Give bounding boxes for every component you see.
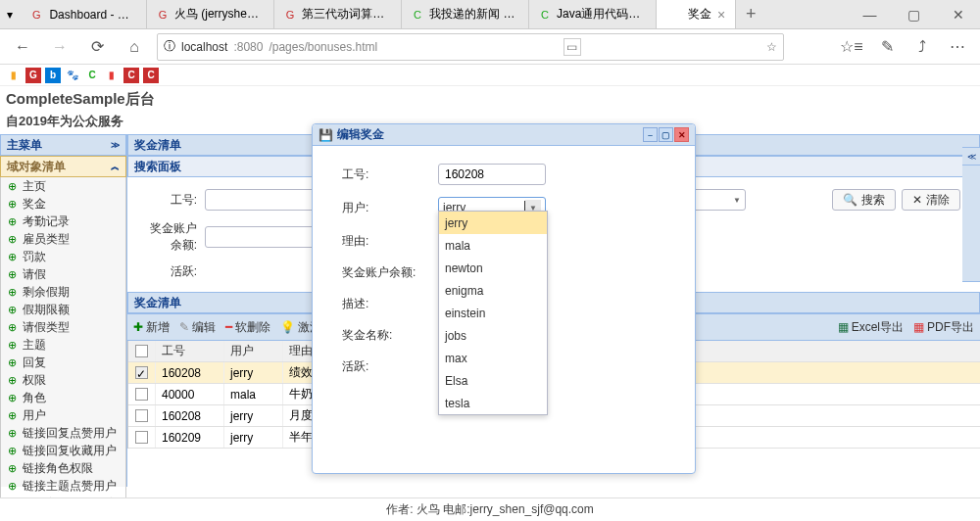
- row-checkbox[interactable]: ✓: [135, 366, 148, 379]
- cell-user: jerry: [224, 427, 283, 448]
- dialog-minimize-button[interactable]: –: [643, 127, 658, 142]
- edit-button[interactable]: ✎编辑: [179, 319, 216, 336]
- sidebar-item[interactable]: ⊕主页: [1, 177, 125, 195]
- tab-close-icon[interactable]: ×: [717, 7, 725, 23]
- dialog-title-text: 编辑奖金: [337, 126, 384, 143]
- bookmark-c3-icon[interactable]: C: [143, 68, 159, 83]
- sidebar-item[interactable]: ⊕请假类型: [1, 318, 125, 336]
- sidebar-header-main-label: 主菜单: [7, 137, 42, 154]
- plus-circle-icon: ⊕: [5, 426, 19, 440]
- search-button[interactable]: 🔍搜索: [832, 189, 896, 211]
- plus-circle-icon: ⊕: [5, 408, 19, 422]
- forward-button[interactable]: →: [45, 32, 74, 62]
- dropdown-item[interactable]: mala: [439, 234, 547, 257]
- pen-icon[interactable]: ✎: [872, 32, 902, 62]
- sidebar-item[interactable]: ⊕链接回复收藏用户: [1, 442, 125, 459]
- dialog-id-input[interactable]: [438, 164, 546, 185]
- sidebar-item[interactable]: ⊕用户: [1, 406, 125, 424]
- tab-favicon: G: [29, 7, 43, 23]
- bookmark-paw-icon[interactable]: 🐾: [65, 68, 80, 83]
- excel-export-button[interactable]: ▦Excel导出: [838, 319, 904, 336]
- select-all-checkbox[interactable]: [135, 345, 148, 357]
- sidebar-header-domain[interactable]: 域对象清单 ︽: [0, 156, 126, 177]
- row-checkbox[interactable]: [135, 409, 148, 422]
- tab-favicon: C: [539, 7, 551, 23]
- close-window-button[interactable]: ✕: [936, 0, 980, 28]
- tab-favicon: C: [412, 7, 423, 23]
- new-tab-button[interactable]: +: [736, 0, 765, 28]
- bookmark-folder-icon[interactable]: ▮: [6, 68, 22, 83]
- sidebar-item[interactable]: ⊕考勤记录: [1, 213, 125, 230]
- pdf-export-button[interactable]: ▦PDF导出: [913, 319, 974, 336]
- user-dropdown: jerrymalanewtonenigmaeinsteinjobsmaxElsa…: [438, 211, 548, 415]
- sidebar-header-main[interactable]: 主菜单 ≫: [0, 134, 126, 156]
- sidebar-item[interactable]: ⊕链接回复点赞用户: [1, 424, 125, 442]
- row-checkbox[interactable]: [135, 388, 148, 401]
- dropdown-item[interactable]: enigma: [439, 279, 547, 302]
- bookmark-mark-icon[interactable]: ▮: [104, 68, 120, 83]
- maximize-button[interactable]: ▢: [892, 0, 936, 28]
- dropdown-item[interactable]: tesla: [439, 392, 547, 414]
- dropdown-item[interactable]: newton: [439, 257, 547, 279]
- browser-tab[interactable]: GDashboard - Gitee: [20, 0, 147, 28]
- browser-tab[interactable]: 奖金×: [657, 0, 736, 28]
- more-icon[interactable]: ⋯: [943, 32, 972, 62]
- sidebar-item[interactable]: ⊕请假: [1, 265, 125, 283]
- url-port: :8080: [233, 40, 263, 54]
- sidebar-item[interactable]: ⊕链接角色权限: [1, 459, 125, 477]
- app-menu-icon[interactable]: ▾: [0, 0, 20, 28]
- bookmark-g-icon[interactable]: G: [25, 68, 41, 83]
- sidebar-item[interactable]: ⊕链接主题点赞用户: [1, 477, 125, 495]
- minimize-button[interactable]: —: [848, 0, 892, 28]
- dropdown-list[interactable]: jerrymalanewtonenigmaeinsteinjobsmaxElsa…: [439, 212, 547, 414]
- dialog-titlebar[interactable]: 💾 编辑奖金 – ▢ ✕: [313, 124, 695, 146]
- dialog-maximize-button[interactable]: ▢: [659, 127, 673, 142]
- browser-tab[interactable]: G第三代动词算子式代码: [274, 0, 402, 28]
- pdf-icon: ▦: [913, 320, 924, 334]
- row-checkbox[interactable]: [135, 431, 148, 444]
- sidebar-item[interactable]: ⊕回复: [1, 354, 125, 371]
- sidebar-item[interactable]: ⊕假期限额: [1, 301, 125, 318]
- bookmark-b-icon[interactable]: b: [45, 68, 61, 83]
- delete-button[interactable]: ━软删除: [225, 319, 270, 336]
- dropdown-item[interactable]: jerry: [439, 212, 547, 234]
- strip-collapse-icon[interactable]: ≪: [962, 147, 980, 165]
- sidebar-item-label: 角色: [23, 390, 46, 406]
- sidebar-item[interactable]: ⊕角色: [1, 389, 125, 406]
- dialog-close-button[interactable]: ✕: [674, 127, 689, 142]
- clear-button[interactable]: ✕清除: [902, 189, 960, 211]
- dropdown-item[interactable]: Elsa: [439, 369, 547, 392]
- sidebar-item[interactable]: ⊕权限: [1, 371, 125, 389]
- url-bar[interactable]: ⓘ localhost:8080/pages/bonuses.html ▭ ☆: [157, 33, 784, 61]
- sidebar-item-label: 奖金: [23, 196, 46, 213]
- collapse-icon[interactable]: ≫: [111, 140, 120, 150]
- add-button[interactable]: ✚新增: [133, 319, 170, 336]
- search-button-label: 搜索: [861, 192, 885, 209]
- bookmark-c2-icon[interactable]: C: [123, 68, 139, 83]
- col-user[interactable]: 用户: [224, 341, 283, 361]
- dropdown-item[interactable]: max: [439, 347, 547, 369]
- browser-tab[interactable]: C我投递的新闻 - MS&A(: [402, 0, 529, 28]
- sidebar-item[interactable]: ⊕剩余假期: [1, 283, 125, 301]
- sidebar-item[interactable]: ⊕奖金: [1, 195, 125, 213]
- window-controls: — ▢ ✕: [848, 0, 980, 28]
- col-id[interactable]: 工号: [156, 341, 224, 361]
- sidebar-item[interactable]: ⊕主题: [1, 336, 125, 354]
- bookmark-c-icon[interactable]: C: [84, 68, 100, 83]
- browser-tab[interactable]: G火鸟 (jerryshensjf) - Git: [147, 0, 274, 28]
- dropdown-item[interactable]: einstein: [439, 302, 547, 324]
- favorites-icon[interactable]: ☆≡: [837, 32, 866, 62]
- back-button[interactable]: ←: [8, 32, 37, 62]
- dialog-reason-label: 理由:: [342, 230, 430, 250]
- reader-icon[interactable]: ▭: [564, 38, 581, 56]
- sidebar-item[interactable]: ⊕雇员类型: [1, 230, 125, 248]
- bookmark-star-icon[interactable]: ☆: [766, 40, 777, 54]
- browser-tab[interactable]: CJava通用代码生成器光: [529, 0, 657, 28]
- share-icon[interactable]: ⤴: [907, 32, 937, 62]
- home-button[interactable]: ⌂: [120, 32, 149, 62]
- sidebar-item[interactable]: ⊕罚款: [1, 248, 125, 265]
- refresh-button[interactable]: ⟳: [82, 32, 112, 62]
- collapse-icon[interactable]: ︽: [111, 161, 120, 173]
- sidebar-item-label: 假期限额: [23, 302, 70, 318]
- dropdown-item[interactable]: jobs: [439, 324, 547, 347]
